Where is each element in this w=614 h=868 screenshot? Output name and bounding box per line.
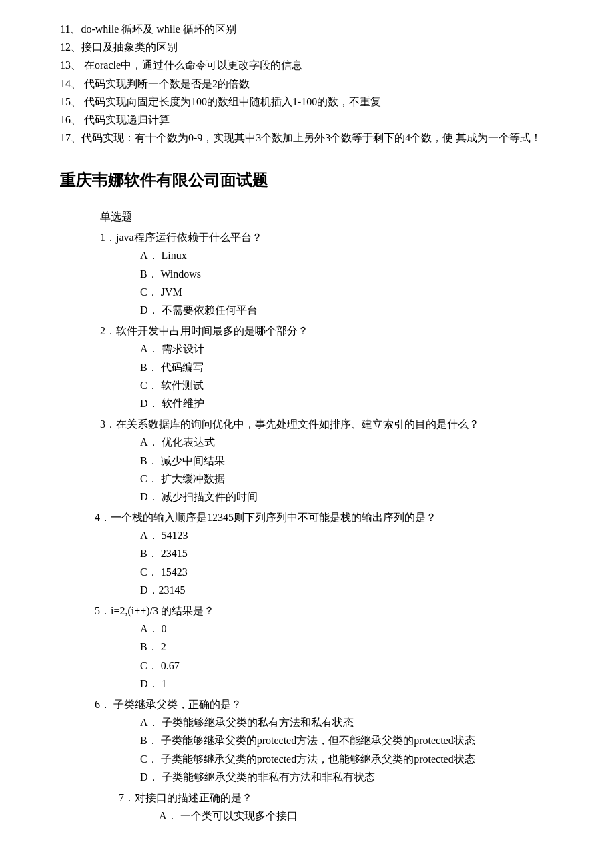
question-option: D． 子类能够继承父类的非私有方法和非私有状态 bbox=[60, 768, 554, 786]
question-block: 6． 子类继承父类，正确的是？ A． 子类能够继承父类的私有方法和私有状态 B．… bbox=[60, 695, 554, 786]
question-option: D．23145 bbox=[60, 581, 554, 599]
top-list-item: 12、接口及抽象类的区别 bbox=[60, 38, 554, 56]
question-option: A． 一个类可以实现多个接口 bbox=[60, 807, 554, 825]
question-option: A． Linux bbox=[60, 246, 554, 264]
question-option: C． 0.67 bbox=[60, 657, 554, 675]
question-option: D． 不需要依赖任何平台 bbox=[60, 301, 554, 319]
top-list-item: 11、do-while 循环及 while 循环的区别 bbox=[60, 20, 554, 38]
question-option: B． 2 bbox=[60, 638, 554, 656]
question-option: A． 需求设计 bbox=[60, 340, 554, 358]
question-text: 7．对接口的描述正确的是？ bbox=[60, 789, 554, 807]
top-list-item: 16、 代码实现递归计算 bbox=[60, 111, 554, 129]
question-option: B． 子类能够继承父类的protected方法，但不能继承父类的protecte… bbox=[60, 731, 554, 749]
question-option: D． 1 bbox=[60, 675, 554, 693]
question-option: D． 软件维护 bbox=[60, 394, 554, 412]
question-text: 5．i=2,(i++)/3 的结果是？ bbox=[60, 602, 554, 620]
question-option: A． 子类能够继承父类的私有方法和私有状态 bbox=[60, 713, 554, 731]
question-option: C． 子类能够继承父类的protected方法，也能够继承父类的protecte… bbox=[60, 750, 554, 768]
question-option: B． 代码编写 bbox=[60, 358, 554, 376]
question-option: A． 优化表达式 bbox=[60, 433, 554, 451]
question-option: D． 减少扫描文件的时间 bbox=[60, 488, 554, 506]
question-text: 3．在关系数据库的询问优化中，事先处理文件如排序、建立索引的目的是什么？ bbox=[60, 415, 554, 433]
question-option: B． 23415 bbox=[60, 544, 554, 562]
question-option: C． JVM bbox=[60, 283, 554, 301]
question-option: B． Windows bbox=[60, 265, 554, 283]
question-option: C． 扩大缓冲数据 bbox=[60, 470, 554, 488]
question-option: C． 15423 bbox=[60, 563, 554, 581]
question-block: 3．在关系数据库的询问优化中，事先处理文件如排序、建立索引的目的是什么？ A． … bbox=[60, 415, 554, 506]
question-option: B． 减少中间结果 bbox=[60, 452, 554, 470]
top-list-item: 14、 代码实现判断一个数是否是2的倍数 bbox=[60, 75, 554, 93]
question-text: 4．一个栈的输入顺序是12345则下列序列中不可能是栈的输出序列的是？ bbox=[60, 508, 554, 526]
question-option: A． 0 bbox=[60, 620, 554, 638]
question-text: 6． 子类继承父类，正确的是？ bbox=[60, 695, 554, 713]
section-label: 单选题 bbox=[60, 207, 554, 226]
question-option: C． 软件测试 bbox=[60, 376, 554, 394]
top-list-item: 17、代码实现：有十个数为0-9，实现其中3个数加上另外3个数等于剩下的4个数，… bbox=[60, 129, 554, 147]
document-page: 11、do-while 循环及 while 循环的区别 12、接口及抽象类的区别… bbox=[0, 0, 614, 865]
section-title: 重庆韦娜软件有限公司面试题 bbox=[60, 167, 554, 194]
question-block: 1．java程序运行依赖于什么平台？ A． Linux B． Windows C… bbox=[60, 228, 554, 319]
top-question-list: 11、do-while 循环及 while 循环的区别 12、接口及抽象类的区别… bbox=[60, 20, 554, 147]
question-block: 5．i=2,(i++)/3 的结果是？ A． 0 B． 2 C． 0.67 D．… bbox=[60, 602, 554, 693]
question-text: 1．java程序运行依赖于什么平台？ bbox=[60, 228, 554, 246]
question-option: A． 54123 bbox=[60, 526, 554, 544]
question-block: 4．一个栈的输入顺序是12345则下列序列中不可能是栈的输出序列的是？ A． 5… bbox=[60, 508, 554, 599]
question-block: 2．软件开发中占用时间最多的是哪个部分？ A． 需求设计 B． 代码编写 C． … bbox=[60, 322, 554, 412]
top-list-item: 15、 代码实现向固定长度为100的数组中随机插入1-100的数，不重复 bbox=[60, 93, 554, 111]
question-text: 2．软件开发中占用时间最多的是哪个部分？ bbox=[60, 322, 554, 340]
top-list-item: 13、 在oracle中，通过什么命令可以更改字段的信息 bbox=[60, 56, 554, 74]
question-block: 7．对接口的描述正确的是？ A． 一个类可以实现多个接口 bbox=[60, 789, 554, 825]
